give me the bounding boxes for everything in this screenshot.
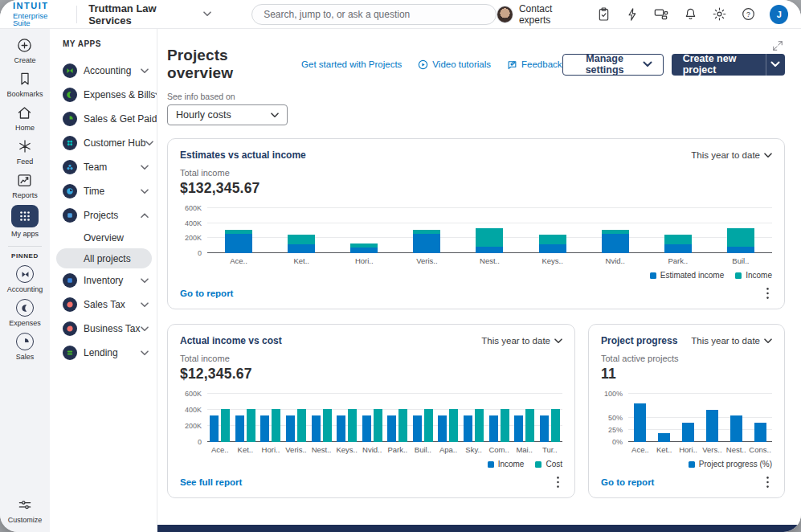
rail-item-bookmarks[interactable]: Bookmarks [6, 70, 43, 98]
chevron-down-icon [141, 165, 150, 170]
metric-value: 11 [601, 366, 772, 383]
company-switcher[interactable]: Truttman Law Services [88, 2, 213, 27]
bar-slot [537, 394, 563, 442]
sidebar-item-accounting[interactable]: Accounting [63, 59, 150, 83]
sidebar-item-expenses-bills[interactable]: Expenses & Bills [63, 83, 150, 107]
legend-label: Project progress (%) [699, 460, 772, 469]
sidebar-item-label: Time [84, 186, 104, 197]
bar-slot [512, 394, 537, 442]
header-link-video-tutorials[interactable]: Video tutorials [418, 59, 491, 70]
brand-line1: INTUIT [13, 2, 65, 10]
sidebar-item-business-tax[interactable]: Business Tax [63, 317, 150, 341]
metric-label: Total income [180, 354, 562, 363]
header-link-label: Video tutorials [432, 59, 491, 69]
x-axis: Ace..Ket..Hori..Veris..Nest..Keys..Nvid.… [207, 445, 562, 454]
y-axis: 600K400K200K0 [180, 208, 207, 253]
create-new-project-button[interactable]: Create new project [672, 54, 766, 76]
date-range-select[interactable]: This year to date [691, 336, 772, 346]
bar-slot [647, 208, 709, 253]
bar-slot [628, 394, 652, 442]
tasks-icon[interactable] [596, 6, 611, 23]
kebab-menu-icon[interactable] [763, 287, 772, 300]
rail-item-my-apps[interactable]: My apps [6, 205, 43, 238]
rail-pinned-sales[interactable]: Sales [7, 333, 43, 361]
bar-slot [724, 394, 748, 442]
header-link-feedback[interactable]: Feedback [507, 59, 562, 70]
sidebar-subitem-all-projects[interactable]: All projects [56, 248, 152, 268]
sidebar-item-label: Lending [84, 347, 118, 358]
kebab-menu-icon[interactable] [763, 476, 772, 489]
rail-item-reports[interactable]: Reports [6, 171, 43, 199]
card-footer-link[interactable]: Go to report [180, 289, 233, 298]
quick-actions-icon[interactable] [625, 6, 640, 23]
y-tick-label: 200K [185, 422, 202, 430]
rail-item-feed[interactable]: Feed [6, 137, 43, 166]
bar-segment-income [539, 235, 566, 245]
chevron-down-icon [141, 350, 150, 356]
card-footer-link[interactable]: Go to report [601, 477, 654, 487]
rail-pinned-accounting[interactable]: Accounting [7, 265, 43, 293]
bar-slot [486, 394, 512, 442]
sidebar-item-time[interactable]: Time [63, 179, 150, 203]
date-range-select[interactable]: This year to date [691, 150, 772, 160]
bar-slot [395, 208, 458, 253]
header-link-get-started-with-projects[interactable]: Get started with Projects [301, 59, 402, 69]
y-tick-label: 0% [612, 438, 623, 446]
sidebar-item-projects[interactable]: Projects [63, 203, 150, 227]
rail-item-customize[interactable]: Customize [8, 496, 43, 524]
rail-item-create[interactable]: Create [6, 36, 43, 64]
date-range-select[interactable]: This year to date [481, 336, 562, 346]
bar-income [514, 415, 523, 442]
bar-income [235, 415, 244, 442]
sidebar-subitem-overview[interactable]: Overview [63, 227, 150, 248]
bar-cost [475, 409, 484, 442]
profile-avatar[interactable]: J [770, 5, 788, 24]
rail-pinned-expenses[interactable]: Expenses [7, 299, 43, 327]
help-icon[interactable]: ? [741, 6, 756, 23]
sidebar-item-inventory[interactable]: Inventory [63, 268, 150, 293]
bar-cost [424, 409, 433, 442]
bar-cost [501, 409, 509, 442]
chart-legend: Estimated incomeIncome [180, 271, 772, 280]
sidebar-item-sales-tax[interactable]: Sales Tax [63, 293, 150, 317]
sliders-icon [16, 496, 34, 514]
bar-segment-income [727, 228, 754, 246]
expand-icon[interactable] [772, 40, 783, 55]
sidebar-item-label: Projects [84, 210, 118, 221]
bar-income [489, 415, 498, 442]
y-tick-label: 600K [185, 390, 202, 398]
x-tick-label: Hori.. [676, 445, 701, 454]
kebab-menu-icon[interactable] [554, 476, 562, 489]
expert-avatar [497, 6, 513, 23]
bar-slot [333, 208, 395, 253]
manage-settings-button[interactable]: Manage settings [562, 54, 664, 76]
create-project-dropdown-caret[interactable] [766, 54, 785, 76]
bar-slot [334, 394, 360, 442]
legend-label: Income [498, 460, 525, 469]
card-footer-link[interactable]: See full report [180, 477, 242, 487]
search-input[interactable] [251, 4, 497, 25]
plot-area [628, 394, 772, 442]
manage-settings-label: Manage settings [574, 53, 636, 76]
notifications-icon[interactable] [683, 6, 698, 23]
sidebar-item-customer-hub[interactable]: Customer Hub [63, 131, 150, 155]
sidebar-item-lending[interactable]: Lending [63, 341, 150, 365]
top-bar: INTUIT Enterprise Suite Truttman Law Ser… [0, 0, 801, 29]
rail-item-home[interactable]: Home [6, 104, 43, 132]
settings-icon[interactable] [712, 6, 727, 23]
legend-item-cost: Cost [535, 460, 562, 469]
accounting-app-icon [16, 265, 34, 283]
info-basis-select[interactable]: Hourly costs [167, 104, 288, 125]
card-project-progress: Project progress This year to date Total… [588, 324, 785, 498]
svg-text:?: ? [746, 10, 750, 18]
sidebar-item-team[interactable]: Team [63, 155, 150, 179]
legend-label: Income [746, 271, 772, 280]
x-tick-label: Park.. [385, 445, 411, 454]
sales-get-paid-app-icon [63, 112, 77, 126]
contact-experts-button[interactable]: Contact experts [497, 3, 582, 26]
devices-icon[interactable] [653, 6, 669, 23]
legend-item-income: Income [735, 271, 772, 280]
y-axis: 600K400K200K0 [180, 394, 207, 442]
sidebar-item-sales-get-paid[interactable]: Sales & Get Paid [63, 107, 150, 131]
lending-app-icon [63, 346, 77, 360]
